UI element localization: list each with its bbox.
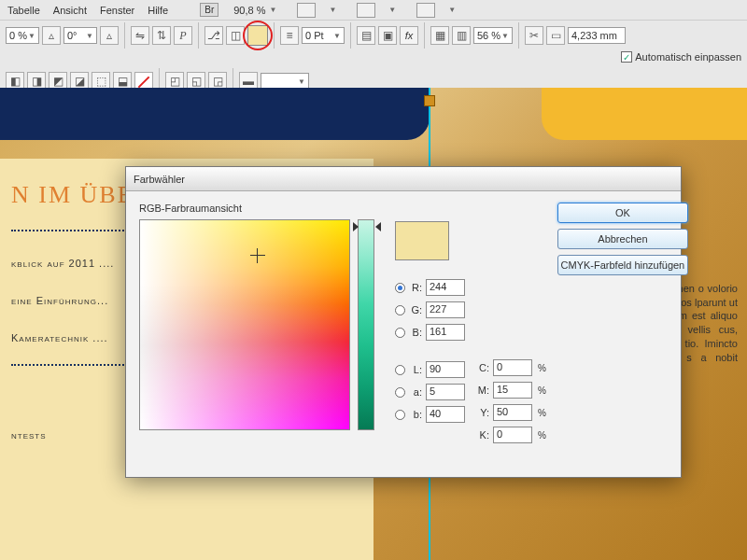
stroke-pt-field[interactable]: 0 Pt▼ [302, 27, 345, 44]
chevron-down-icon[interactable]: ▼ [329, 6, 336, 14]
fit-icon[interactable]: ▥ [452, 26, 471, 45]
hue-slider-handle[interactable] [353, 222, 381, 231]
effects-icon[interactable]: fx [400, 26, 418, 45]
g-field[interactable]: G:227 [395, 301, 465, 318]
anchor-icon[interactable]: ⎇ [204, 26, 223, 45]
selection-handle[interactable] [424, 95, 435, 106]
flip-v-icon[interactable]: ⇅ [152, 26, 171, 45]
radio-l[interactable] [395, 365, 405, 375]
measure-field[interactable]: 4,233 mm [568, 27, 626, 44]
menu-ansicht[interactable]: Ansicht [53, 5, 87, 16]
paragraph-icon[interactable]: P [174, 26, 192, 45]
k-field[interactable]: K:0% [476, 427, 546, 443]
text-wrap-icon[interactable]: ▤ [357, 26, 375, 45]
scale-field[interactable]: 56 %▼ [473, 27, 513, 44]
auto-fit-checkbox[interactable]: ✓ Automatisch einpassen [621, 51, 741, 63]
m-field[interactable]: M:15% [476, 382, 546, 399]
frame-fit-icon[interactable]: ▭ [546, 26, 565, 45]
radio-r[interactable] [395, 283, 405, 293]
menu-bar: Tabelle Ansicht Fenster Hilfe Br 90,8 % … [0, 0, 747, 21]
b-field[interactable]: B:161 [395, 324, 465, 341]
radio-b[interactable] [395, 328, 405, 338]
menu-hilfe[interactable]: Hilfe [148, 5, 168, 16]
current-color-swatch [395, 221, 449, 260]
crop-icon[interactable]: ✂ [525, 26, 543, 45]
radio-g[interactable] [395, 305, 405, 315]
menu-tabelle[interactable]: Tabelle [7, 5, 40, 16]
ok-button[interactable]: OK [557, 203, 688, 223]
cmyk-add-button[interactable]: CMYK-Farbfeld hinzufügen [557, 255, 688, 275]
hue-slider[interactable] [358, 219, 374, 430]
section-label: RGB-Farbraumansicht [139, 203, 374, 214]
highlight-circle [243, 21, 273, 50]
navy-header-shape [0, 88, 430, 140]
control-toolbar: 0 %▼ ▵ 0°▼ ▵ ⇋ ⇅ P ⎇ ◫ ≡ 0 Pt▼ ▤ ▣ fx ▦ … [0, 21, 747, 97]
angle-field[interactable]: 0°▼ [63, 27, 97, 44]
yellow-header-shape [542, 88, 747, 140]
stroke-weight-icon[interactable]: ≡ [280, 26, 299, 45]
b-lab-field[interactable]: b:40 [395, 406, 465, 423]
color-picker-dialog: Farbwähler RGB-Farbraumansicht R:244 G:2… [125, 166, 682, 478]
l-field[interactable]: L:90 [395, 361, 465, 378]
screen-mode-icon[interactable] [297, 3, 316, 18]
zoom-value[interactable]: 90,8 % [233, 5, 265, 16]
color-gradient[interactable] [139, 219, 350, 430]
cancel-button[interactable]: Abbrechen [557, 229, 688, 249]
chevron-down-icon[interactable]: ▼ [448, 6, 456, 14]
r-field[interactable]: R:244 [395, 279, 465, 296]
opacity-field[interactable]: 0 %▼ [6, 27, 39, 44]
flip-h-icon[interactable]: ⇋ [131, 26, 149, 45]
stepper-icon[interactable]: ▵ [42, 26, 61, 45]
dialog-titlebar[interactable]: Farbwähler [126, 167, 681, 191]
crosshair-icon [250, 248, 265, 263]
chevron-down-icon[interactable]: ▼ [388, 6, 396, 14]
stepper-icon[interactable]: ▵ [100, 26, 119, 45]
arrange-icon[interactable] [357, 3, 375, 18]
chevron-down-icon[interactable]: ▼ [270, 6, 277, 14]
y-field[interactable]: Y:50% [476, 404, 546, 421]
c-field[interactable]: C:0% [476, 359, 546, 376]
radio-b-lab[interactable] [395, 410, 405, 420]
view-options-icon[interactable] [416, 3, 435, 18]
radio-a[interactable] [395, 387, 405, 398]
fill-swatch[interactable] [247, 25, 268, 46]
bridge-icon[interactable]: Br [200, 3, 218, 17]
align-icon[interactable]: ▦ [430, 26, 449, 45]
menu-fenster[interactable]: Fenster [100, 5, 134, 16]
a-field[interactable]: a:5 [395, 384, 465, 400]
corner-icon[interactable]: ▣ [378, 26, 397, 45]
pathfinder-icon[interactable]: ◫ [226, 26, 245, 45]
